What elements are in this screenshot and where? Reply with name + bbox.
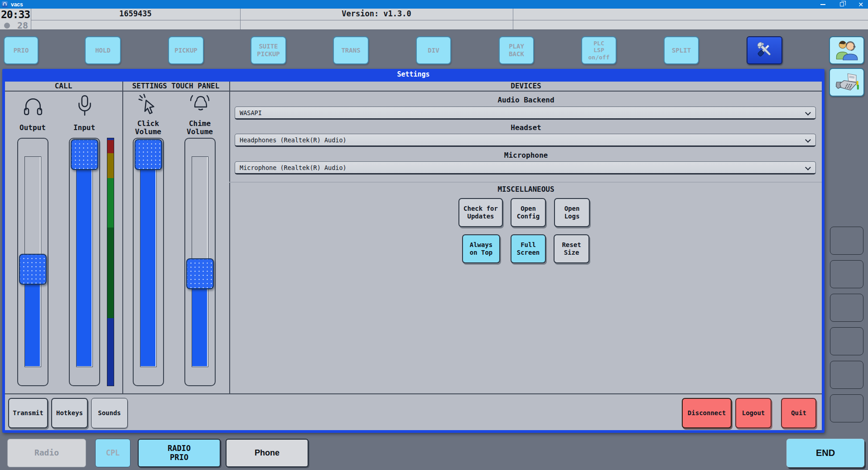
quit-button[interactable]: Quit [781, 398, 816, 428]
always-on-top-button[interactable]: Always on Top [462, 234, 500, 263]
tab-sounds[interactable]: Sounds [91, 398, 128, 428]
toolbar-div-button[interactable]: DIV [416, 36, 451, 64]
click-volume-slider[interactable] [133, 138, 164, 386]
miscellaneous-header: MISCELLANEOUS [231, 185, 820, 194]
toolbar-trans-button[interactable]: TRANS [333, 36, 369, 64]
empty-function-slot [830, 294, 863, 322]
fax-phone-button[interactable] [829, 68, 864, 97]
seconds-dot-icon [4, 23, 10, 29]
station-id: 1659435 [31, 9, 240, 18]
toolbar-suite-pickup-button[interactable]: SUITE PICKUP [251, 36, 286, 64]
reset-size-button[interactable]: Reset Size [554, 234, 589, 263]
empty-function-slot [830, 327, 863, 355]
divider [122, 82, 123, 394]
bottom-end-button[interactable]: END [786, 439, 864, 467]
chevron-down-icon [805, 137, 811, 143]
headset-select[interactable]: Headphones (Realtek(R) Audio) [235, 134, 816, 147]
headphones-icon [23, 96, 43, 118]
divider [513, 9, 513, 29]
toolbar-playback-button[interactable]: PLAY BACK [499, 36, 534, 64]
slider-fill [140, 167, 156, 366]
clock-seconds: 28 [17, 20, 28, 31]
slider-fill [77, 167, 92, 366]
microphone-select[interactable]: Microphone (Realtek(R) Audio) [235, 161, 816, 174]
divider [31, 20, 868, 20]
output-slider-label: Output [10, 124, 55, 132]
input-volume-slider[interactable] [69, 138, 100, 386]
empty-function-slot [830, 394, 863, 422]
full-screen-button[interactable]: Full Screen [511, 234, 546, 263]
slider-handle[interactable] [186, 258, 214, 289]
toolbar-pickup-button[interactable]: PICKUP [168, 36, 204, 64]
disconnect-button[interactable]: Disconnect [682, 398, 732, 428]
slider-handle[interactable] [135, 139, 162, 170]
bottom-radio-prio-button[interactable]: RADIO PRIO [138, 439, 221, 467]
chevron-down-icon [805, 110, 811, 116]
fax-phone-icon [834, 70, 859, 95]
input-slider-label: Input [62, 124, 107, 132]
empty-function-slot [830, 260, 863, 288]
operators-icon [835, 39, 858, 62]
toolbar-prio-button[interactable]: PRIO [4, 36, 39, 64]
clock: 20:33 28 [0, 9, 31, 29]
headset-label: Headset [231, 124, 820, 132]
click-cursor-icon [138, 93, 159, 118]
divider [5, 393, 822, 394]
logout-button[interactable]: Logout [735, 398, 772, 428]
open-logs-button[interactable]: Open Logs [554, 198, 590, 227]
touch-panel-section-header: SETTINGS TOUCH PANEL [124, 82, 228, 91]
slider-fill [192, 286, 208, 366]
check-for-updates-button[interactable]: Check for Updates [458, 198, 503, 227]
bottom-cpl-button[interactable]: CPL [95, 439, 130, 467]
bottom-radio-button[interactable]: Radio [7, 439, 86, 467]
status-bar: 20:33 28 1659435 Version: v1.3.0 [0, 9, 868, 30]
empty-function-slot [830, 361, 863, 389]
close-icon[interactable]: ✕ [857, 1, 864, 8]
chime-volume-label: Chime Volume [177, 120, 222, 136]
settings-dialog-content: CALL SETTINGS TOUCH PANEL DEVICES [5, 82, 822, 430]
audio-backend-label: Audio Backend [231, 96, 820, 104]
microphone-value: Microphone (Realtek(R) Audio) [240, 164, 347, 171]
toolbar-plc-lsp-button[interactable]: PLC LSP on/off [581, 36, 617, 64]
audio-backend-select[interactable]: WASAPI [235, 107, 816, 120]
output-volume-slider[interactable] [17, 138, 48, 386]
bottom-phone-button[interactable]: Phone [226, 439, 309, 467]
operators-button[interactable] [829, 36, 864, 64]
vacs-app-window: vacs ✕ 20:33 28 1659435 Version: v1.3.0 … [0, 0, 868, 470]
microphone-icon [74, 94, 95, 118]
settings-tools-button[interactable] [747, 36, 782, 64]
minimize-icon[interactable] [819, 1, 826, 8]
devices-section-header: DEVICES [231, 82, 820, 91]
call-section-header: CALL [20, 82, 106, 91]
clock-time: 20:33 [0, 9, 31, 20]
toolbar-split-button[interactable]: SPLIT [664, 36, 699, 64]
toolbar-hold-button[interactable]: HOLD [85, 36, 121, 64]
slider-fill [25, 282, 41, 366]
open-config-button[interactable]: Open Config [511, 198, 546, 227]
divider [229, 82, 230, 394]
slider-handle[interactable] [71, 139, 98, 170]
version-label: Version: v1.3.0 [240, 9, 513, 18]
tab-transmit[interactable]: Transmit [8, 398, 48, 428]
empty-function-slot [830, 227, 863, 255]
app-headset-icon [2, 1, 8, 7]
wrench-screwdriver-icon [755, 40, 775, 60]
window-title: vacs [11, 1, 23, 8]
chevron-down-icon [805, 165, 811, 170]
os-titlebar: vacs ✕ [0, 0, 868, 9]
settings-dialog: Settings CALL SETTINGS TOUCH PANEL DEVIC… [2, 69, 825, 433]
settings-dialog-title: Settings [2, 70, 825, 81]
chime-volume-slider[interactable] [184, 138, 216, 386]
click-volume-label: Click Volume [125, 120, 171, 136]
divider [5, 91, 822, 92]
restore-icon[interactable] [838, 1, 845, 8]
headset-value: Headphones (Realtek(R) Audio) [240, 136, 347, 144]
input-level-meter [107, 138, 114, 386]
audio-backend-value: WASAPI [240, 109, 262, 116]
chime-bell-icon [188, 92, 211, 115]
microphone-label: Microphone [231, 151, 820, 160]
tab-hotkeys[interactable]: Hotkeys [51, 398, 88, 428]
divider [229, 182, 822, 183]
slider-handle[interactable] [19, 254, 47, 285]
